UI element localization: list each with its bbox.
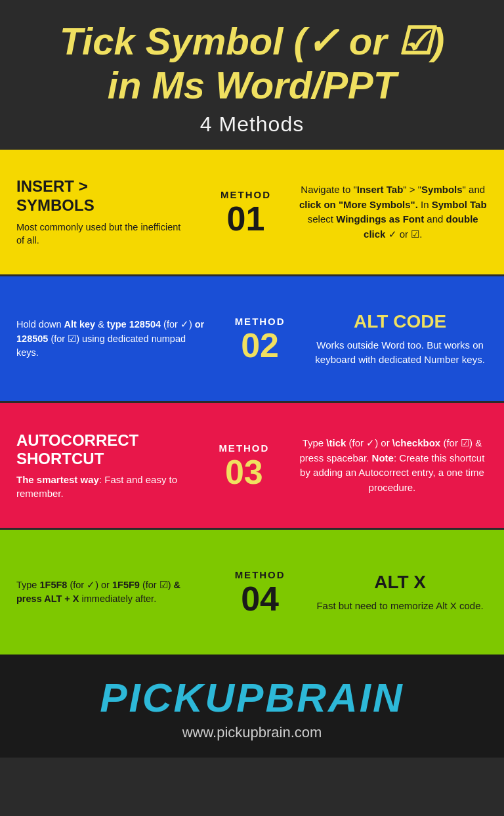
- method-04-badge-number: 04: [241, 582, 279, 616]
- method-02-right: ALT CODE Works outside Word too. But wor…: [303, 276, 504, 401]
- method-04-right-desc: Fast but need to memorize Alt X code.: [312, 599, 488, 614]
- method-04-badge: METHOD 04: [217, 530, 303, 655]
- page-subtitle: 4 Methods: [26, 112, 478, 137]
- page-title: Tick Symbol (✓ or ☑) in Ms Word/PPT: [26, 20, 478, 107]
- method-01-badge-number: 01: [227, 202, 265, 236]
- method-02-badge: METHOD 02: [217, 276, 303, 401]
- method-02-left: Hold down Alt key & type 128504 (for ✓) …: [0, 276, 217, 401]
- method-04-badge-label: METHOD: [235, 569, 285, 580]
- method-01-left-desc: Most commonly used but the inefficient o…: [16, 221, 190, 247]
- method-01-right: Navigate to "Insert Tab" > "Symbols" and…: [288, 150, 504, 274]
- method-01-right-text: Navigate to "Insert Tab" > "Symbols" and…: [298, 183, 488, 242]
- footer-section: PICKUPBRAIN www.pickupbrain.com: [0, 655, 504, 758]
- footer-url: www.pickupbrain.com: [13, 724, 491, 741]
- method-03-right: Type \tick (for ✓) or \checkbox (for ☑) …: [287, 403, 504, 528]
- method-01-left-title: INSERT >SYMBOLS: [16, 177, 190, 215]
- method-03-badge: METHOD 03: [201, 403, 287, 528]
- method-03-left-title: AUTOCORRECTSHORTCUT: [16, 431, 192, 469]
- method-01-left: INSERT >SYMBOLS Most commonly used but t…: [0, 150, 203, 274]
- method-01-badge-label: METHOD: [220, 189, 271, 200]
- method-04-row: Type 1F5F8 (for ✓) or 1F5F9 (for ☑) & pr…: [0, 530, 504, 655]
- method-04-right: ALT X Fast but need to memorize Alt X co…: [303, 530, 504, 655]
- method-03-right-text: Type \tick (for ✓) or \checkbox (for ☑) …: [297, 436, 488, 495]
- footer-brand: PICKUPBRAIN: [13, 674, 491, 721]
- method-02-badge-label: METHOD: [235, 316, 285, 327]
- method-02-right-title: ALT CODE: [312, 311, 488, 333]
- method-02-badge-number: 02: [241, 328, 279, 362]
- method-03-left-desc: The smartest way: Fast and easy to remem…: [16, 473, 192, 500]
- method-04-left: Type 1F5F8 (for ✓) or 1F5F9 (for ☑) & pr…: [0, 530, 217, 655]
- method-03-row: AUTOCORRECTSHORTCUT The smartest way: Fa…: [0, 403, 504, 528]
- method-03-badge-number: 03: [225, 455, 263, 489]
- method-03-left: AUTOCORRECTSHORTCUT The smartest way: Fa…: [0, 403, 201, 528]
- header-section: Tick Symbol (✓ or ☑) in Ms Word/PPT 4 Me…: [0, 0, 504, 150]
- method-01-row: INSERT >SYMBOLS Most commonly used but t…: [0, 150, 504, 274]
- method-01-badge: METHOD 01: [203, 150, 288, 274]
- method-03-badge-label: METHOD: [219, 442, 269, 454]
- method-04-left-text: Type 1F5F8 (for ✓) or 1F5F9 (for ☑) & pr…: [16, 578, 207, 607]
- method-02-row: Hold down Alt key & type 128504 (for ✓) …: [0, 276, 504, 401]
- method-02-right-desc: Works outside Word too. But works on key…: [312, 338, 488, 368]
- method-02-left-text: Hold down Alt key & type 128504 (for ✓) …: [16, 318, 207, 360]
- method-04-right-title: ALT X: [312, 571, 488, 593]
